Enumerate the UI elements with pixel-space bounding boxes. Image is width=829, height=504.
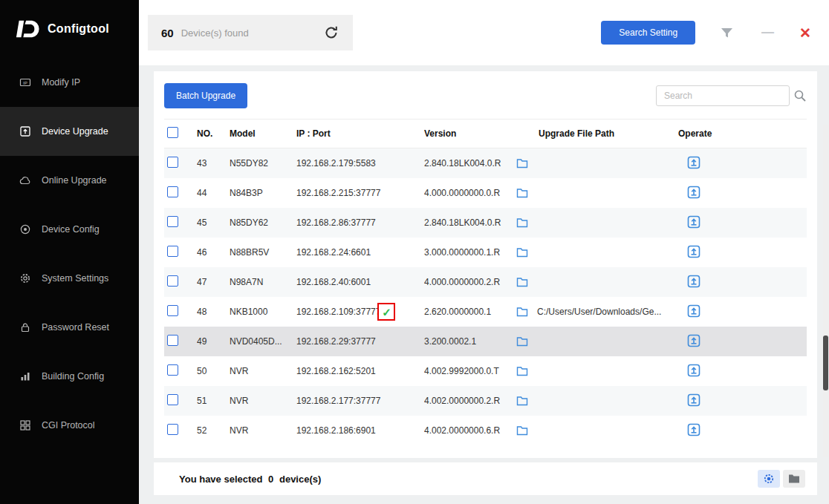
- browse-file-icon[interactable]: [516, 365, 528, 377]
- batch-upgrade-button[interactable]: Batch Upgrade: [164, 83, 247, 108]
- cell-ip-port: 192.168.2.177:37777: [296, 396, 424, 406]
- browse-file-icon[interactable]: [516, 187, 528, 199]
- app-logo: Configtool: [0, 0, 139, 58]
- browse-file-icon[interactable]: [516, 157, 528, 169]
- table-row[interactable]: 46 N88BR5V 192.168.2.24:6601 3.000.00000…: [164, 238, 807, 267]
- table-row[interactable]: 43 N55DY82 192.168.2.179:5583 2.840.18LK…: [164, 148, 807, 178]
- row-checkbox[interactable]: [167, 305, 178, 316]
- app-title: Configtool: [48, 22, 109, 36]
- cell-ip-port: 192.168.2.24:6601: [296, 247, 424, 258]
- sidebar-item-label: Modify IP: [42, 77, 80, 88]
- device-table: NO. Model IP : Port Version Upgrade File…: [154, 119, 817, 445]
- sidebar-item-device-config[interactable]: Device Config: [0, 205, 139, 254]
- sidebar-item-system-settings[interactable]: System Settings: [0, 254, 139, 303]
- upload-button[interactable]: [687, 423, 700, 436]
- search-input[interactable]: [656, 85, 790, 106]
- cell-no: 44: [197, 188, 230, 198]
- annotation-box: ✓: [377, 303, 395, 321]
- sidebar-item-cgi-protocol[interactable]: CGI Protocol: [0, 401, 139, 450]
- upload-button[interactable]: [687, 215, 700, 229]
- brand-logo-icon: [15, 19, 40, 39]
- cell-model: NVR: [230, 396, 296, 406]
- upload-button[interactable]: [687, 186, 700, 199]
- col-model: Model: [230, 128, 296, 139]
- row-checkbox[interactable]: [167, 424, 178, 435]
- sidebar-item-label: Building Config: [42, 371, 104, 382]
- device-count-label: Device(s) found: [181, 27, 249, 39]
- refresh-icon[interactable]: [323, 24, 339, 41]
- cell-ip-port: 192.168.2.40:6001: [296, 277, 424, 287]
- upload-button[interactable]: [687, 275, 700, 288]
- table-scrollbar[interactable]: [823, 125, 828, 457]
- cell-no: 50: [197, 366, 230, 376]
- table-body: 43 N55DY82 192.168.2.179:5583 2.840.18LK…: [164, 148, 807, 445]
- browse-file-icon[interactable]: [516, 395, 528, 407]
- footer-folder-button[interactable]: [783, 470, 805, 488]
- browse-file-icon[interactable]: [516, 246, 528, 258]
- row-checkbox[interactable]: [167, 216, 178, 227]
- col-no: NO.: [197, 128, 230, 139]
- browse-file-icon[interactable]: [516, 425, 528, 436]
- sidebar-item-modify-ip[interactable]: IP Modify IP: [0, 58, 139, 107]
- row-checkbox[interactable]: [167, 186, 178, 197]
- sidebar-item-device-upgrade[interactable]: Device Upgrade: [0, 107, 139, 156]
- cell-operate: [678, 304, 807, 320]
- sidebar-item-building-config[interactable]: Building Config: [0, 352, 139, 401]
- row-checkbox[interactable]: [167, 394, 178, 405]
- sidebar-item-label: CGI Protocol: [42, 420, 95, 431]
- search-icon[interactable]: [793, 89, 807, 102]
- table-row[interactable]: 45 N85DY62 192.168.2.86:37777 2.840.18LK…: [164, 208, 807, 238]
- cell-upgrade-file-path: [516, 336, 678, 347]
- table-row[interactable]: 47 N98A7N 192.168.2.40:6001 4.000.000000…: [164, 267, 807, 297]
- upload-button[interactable]: [687, 364, 700, 377]
- modify-ip-icon: IP: [19, 76, 31, 88]
- browse-file-icon[interactable]: [516, 336, 528, 347]
- upload-button[interactable]: [687, 304, 700, 318]
- row-checkbox[interactable]: [167, 364, 178, 376]
- table-row[interactable]: 51 NVR 192.168.2.177:37777 4.002.0000000…: [164, 386, 807, 416]
- cell-version: 2.840.18LK004.0.R: [424, 158, 516, 168]
- cell-operate: [678, 215, 807, 231]
- table-row[interactable]: 52 NVR 192.168.2.186:6901 4.002.0000000.…: [164, 416, 807, 445]
- cell-model: NVR: [230, 366, 296, 376]
- sidebar-item-password-reset[interactable]: Password Reset: [0, 303, 139, 352]
- scrollbar-thumb[interactable]: [823, 336, 828, 390]
- filter-icon[interactable]: [721, 27, 733, 39]
- cell-version: 2.620.0000000.1: [424, 307, 516, 317]
- browse-file-icon[interactable]: [516, 276, 528, 288]
- footer-upgrade-button[interactable]: [758, 470, 780, 488]
- row-checkbox[interactable]: [167, 157, 178, 168]
- cell-ip-port: 192.168.2.162:5201: [296, 366, 424, 376]
- cell-model: N55DY82: [230, 158, 296, 168]
- table-row[interactable]: 48 NKB1000 192.168.2.109:37777 ✓ 2.620.0…: [164, 297, 807, 327]
- cell-upgrade-file-path: [516, 157, 678, 169]
- row-checkbox[interactable]: [167, 246, 178, 257]
- top-bar: 60 Device(s) found Search Setting — ✕: [139, 0, 829, 65]
- row-checkbox[interactable]: [167, 275, 178, 287]
- building-config-icon: [19, 370, 31, 382]
- table-row[interactable]: 50 NVR 192.168.2.162:5201 4.002.9992000.…: [164, 356, 807, 386]
- cell-model: N98A7N: [230, 277, 296, 287]
- search-setting-button[interactable]: Search Setting: [601, 21, 695, 45]
- browse-file-icon[interactable]: [516, 306, 528, 318]
- row-checkbox[interactable]: [167, 335, 178, 346]
- table-row[interactable]: 44 N84B3P 192.168.2.215:37777 4.000.0000…: [164, 178, 807, 208]
- table-row[interactable]: 49 NVD0405D... 192.168.2.29:37777 3.200.…: [164, 327, 807, 356]
- upload-button[interactable]: [687, 245, 700, 258]
- col-upgrade-file-path: Upgrade File Path: [516, 128, 678, 139]
- cell-no: 47: [197, 277, 230, 287]
- upload-button[interactable]: [687, 334, 700, 347]
- cell-model: NVD0405D...: [230, 336, 296, 347]
- upload-button[interactable]: [687, 393, 700, 407]
- sidebar-item-online-upgrade[interactable]: Online Upgrade: [0, 156, 139, 205]
- svg-text:IP: IP: [23, 80, 27, 85]
- cell-upgrade-file-path: [516, 365, 678, 377]
- col-version: Version: [424, 128, 516, 139]
- browse-file-icon[interactable]: [516, 217, 528, 229]
- close-icon[interactable]: ✕: [799, 24, 811, 42]
- cell-upgrade-file-path: [516, 246, 678, 258]
- select-all-checkbox[interactable]: [167, 127, 178, 138]
- upload-button[interactable]: [687, 156, 700, 169]
- system-settings-icon: [19, 272, 31, 284]
- minimize-icon[interactable]: —: [761, 25, 774, 40]
